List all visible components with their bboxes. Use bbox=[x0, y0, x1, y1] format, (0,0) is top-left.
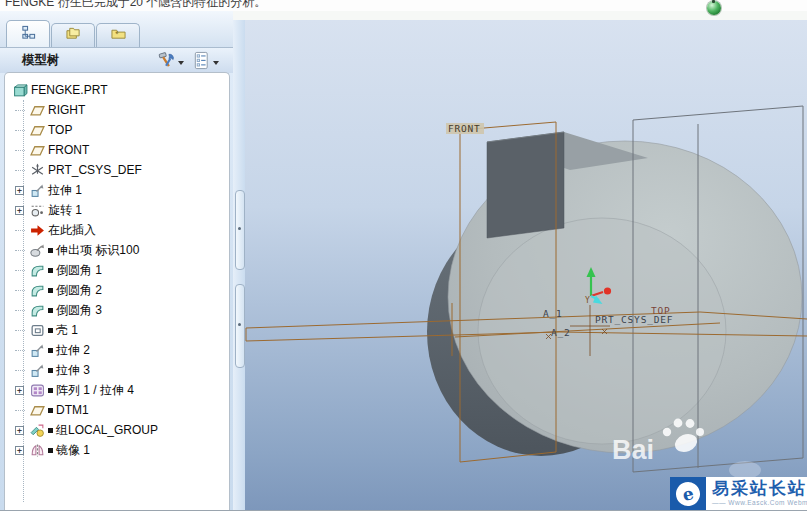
model-tree: FENGKE.PRTRIGHTTOPFRONTPRT_CSYS_DEF+拉伸 1… bbox=[5, 73, 229, 460]
y-axis-label: Y bbox=[585, 296, 591, 305]
tree-item-label: 倒圆角 1 bbox=[56, 262, 102, 279]
tree-item[interactable]: +阵列 1 / 拉伸 4 bbox=[5, 380, 229, 400]
tree-item-label: TOP bbox=[48, 123, 72, 137]
group-icon bbox=[30, 423, 45, 438]
tree-item-label: 倒圆角 2 bbox=[56, 282, 102, 299]
front-plane-label[interactable]: FRONT bbox=[448, 123, 481, 134]
tree-item-label: 阵列 1 / 拉伸 4 bbox=[56, 382, 134, 399]
tree-connector bbox=[15, 270, 25, 271]
tree-item-label: 倒圆角 3 bbox=[56, 302, 102, 319]
splitter-sash-bottom[interactable] bbox=[235, 284, 245, 368]
tree-item[interactable]: +镜像 1 bbox=[5, 440, 229, 460]
tree-item[interactable]: +旋转 1 bbox=[5, 200, 229, 220]
favorites-folder-icon: * bbox=[110, 26, 127, 45]
tree-item[interactable]: RIGHT bbox=[5, 100, 229, 120]
axis-a1-label[interactable]: A_1 bbox=[543, 308, 563, 319]
axis-a2-label[interactable]: A_2 bbox=[551, 327, 571, 338]
protrusion-icon bbox=[30, 243, 45, 258]
tree-item[interactable]: DTM1 bbox=[5, 400, 229, 420]
suppressed-marker bbox=[48, 388, 53, 393]
suppressed-marker bbox=[48, 408, 53, 413]
watermark-text: Bai bbox=[612, 435, 654, 465]
expand-plus-icon[interactable]: + bbox=[15, 206, 24, 215]
tree-connector bbox=[15, 350, 25, 351]
csys-label[interactable]: PRT_CSYS_DEF bbox=[595, 314, 673, 325]
message-text: FENGKE 衍生已完成于20 个隐含的特征的分析。 bbox=[5, 0, 266, 11]
expand-plus-icon[interactable]: + bbox=[15, 186, 24, 195]
mirror-icon bbox=[30, 443, 45, 458]
model-tree-icon bbox=[20, 25, 37, 44]
tree-item[interactable]: 拉伸 2 bbox=[5, 340, 229, 360]
tab-model-tree[interactable] bbox=[6, 20, 50, 47]
badge-subtext: —— Www.Easck.Com Webmaster bbox=[712, 499, 805, 506]
tree-item[interactable]: +组LOCAL_GROUP bbox=[5, 420, 229, 440]
tree-item[interactable]: 壳 1 bbox=[5, 320, 229, 340]
tree-item[interactable]: TOP bbox=[5, 120, 229, 140]
tree-item[interactable]: 拉伸 3 bbox=[5, 360, 229, 380]
tree-connector bbox=[15, 410, 25, 411]
round-icon bbox=[30, 303, 45, 318]
tab-folder-browser[interactable] bbox=[51, 23, 95, 47]
tree-item[interactable]: PRT_CSYS_DEF bbox=[5, 160, 229, 180]
tree-connector bbox=[15, 290, 25, 291]
tree-item[interactable]: 在此插入 bbox=[5, 220, 229, 240]
suppressed-marker bbox=[48, 348, 53, 353]
tree-item-label: 拉伸 2 bbox=[56, 342, 90, 359]
suppressed-marker bbox=[48, 448, 53, 453]
regeneration-status-green-icon[interactable] bbox=[707, 1, 721, 15]
tree-item-label: 拉伸 3 bbox=[56, 362, 90, 379]
suppressed-marker bbox=[48, 368, 53, 373]
tree-connector bbox=[15, 150, 25, 151]
suppressed-marker bbox=[48, 428, 53, 433]
chevron-down-icon bbox=[178, 61, 184, 65]
splitter-sash-top[interactable] bbox=[235, 190, 245, 270]
csys-icon bbox=[30, 163, 45, 178]
suppressed-marker bbox=[48, 268, 53, 273]
suppressed-marker bbox=[48, 328, 53, 333]
folders-icon bbox=[65, 26, 82, 45]
panel-title: 模型树 bbox=[22, 52, 60, 69]
tree-item[interactable]: +拉伸 1 bbox=[5, 180, 229, 200]
panel-splitter bbox=[233, 20, 245, 511]
tree-connector bbox=[15, 310, 25, 311]
suppressed-marker bbox=[48, 288, 53, 293]
tree-item[interactable]: FRONT bbox=[5, 140, 229, 160]
model-scene: FRONT TOP PRT_CSYS_DEF A_1 A_2 Y Bai bbox=[245, 20, 807, 511]
datum-plane-icon bbox=[30, 143, 45, 158]
round-icon bbox=[30, 263, 45, 278]
extrude-icon bbox=[30, 183, 45, 198]
navigator-panel: * 模型树 FENGKE.PRTRIGHTTOPFRONTPRT_CSYS_DE… bbox=[0, 11, 233, 511]
tree-item-label: 旋转 1 bbox=[48, 202, 82, 219]
tree-connector bbox=[15, 250, 25, 251]
tools-icon bbox=[157, 51, 176, 74]
tree-connector bbox=[15, 170, 25, 171]
graphics-3d-viewport[interactable]: FRONT TOP PRT_CSYS_DEF A_1 A_2 Y Bai bbox=[245, 20, 807, 511]
tree-item[interactable]: FENGKE.PRT bbox=[5, 80, 229, 100]
revolve-icon bbox=[30, 203, 45, 218]
expand-plus-icon[interactable]: + bbox=[15, 386, 24, 395]
tree-item[interactable]: 倒圆角 2 bbox=[5, 280, 229, 300]
tree-item[interactable]: 倒圆角 3 bbox=[5, 300, 229, 320]
tab-favorites[interactable]: * bbox=[96, 23, 140, 47]
badge-site-name: 易采站长站 bbox=[712, 478, 805, 499]
tree-item[interactable]: 伸出项 标识100 bbox=[5, 240, 229, 260]
tree-connector bbox=[15, 330, 25, 331]
datum-plane-icon bbox=[30, 103, 45, 118]
list-settings-icon bbox=[192, 51, 211, 74]
datum-plane-icon bbox=[30, 403, 45, 418]
tree-item-label: 壳 1 bbox=[56, 322, 78, 339]
easck-e-icon: e bbox=[670, 477, 706, 511]
model-tree-container: FENGKE.PRTRIGHTTOPFRONTPRT_CSYS_DEF+拉伸 1… bbox=[4, 72, 230, 511]
insert-here-icon bbox=[30, 223, 45, 238]
cad-application-window: FENGKE 衍生已完成于20 个隐含的特征的分析。 * 模型树 FENGKE.… bbox=[0, 0, 807, 511]
tree-item-label: DTM1 bbox=[56, 403, 89, 417]
navigator-tab-strip: * bbox=[0, 11, 233, 48]
chevron-down-icon bbox=[213, 61, 219, 65]
pattern-icon bbox=[30, 383, 45, 398]
expand-plus-icon[interactable]: + bbox=[15, 426, 24, 435]
tree-item[interactable]: 倒圆角 1 bbox=[5, 260, 229, 280]
tree-item-label: FENGKE.PRT bbox=[31, 83, 107, 97]
cylinder-solid bbox=[427, 141, 802, 456]
expand-plus-icon[interactable]: + bbox=[15, 446, 24, 455]
suppressed-marker bbox=[48, 308, 53, 313]
